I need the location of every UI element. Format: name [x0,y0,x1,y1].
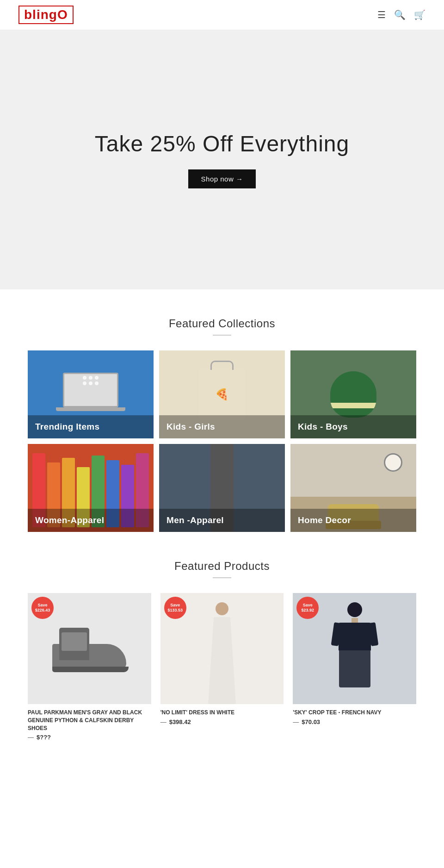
collection-label-home: Home Decor [290,509,416,532]
section-divider [213,335,231,336]
shop-now-button[interactable]: Shop now → [188,169,256,188]
collection-label-women: Women-Apparel [28,509,154,532]
logo-text: blingO [18,6,74,24]
product-name-shoe: PAUL PARKMAN MEN'S GRAY AND BLACK GENUIN… [28,709,151,732]
featured-collections-section: Featured Collections Trending Items 🍕 [0,317,444,532]
laptop-icon [63,373,118,407]
save-badge-crop-tee: Save $23.92 [296,597,319,619]
product-crop-tee[interactable]: Save $23.92 [293,593,416,741]
logo-main: bling [24,7,57,22]
collection-label-men: Men -Apparel [159,509,285,532]
logo-accent: O [57,7,68,22]
beanie-art [330,371,376,418]
product-shoe[interactable]: Save $226.43 PAUL PAR [28,593,151,741]
collections-grid: Trending Items 🍕 Kids - Girls Kids - Boy… [0,350,444,532]
tote-art: 🍕 [199,369,245,420]
product-price-crop-tee: — $70.03 [293,718,416,725]
products-grid: Save $226.43 PAUL PAR [28,593,416,741]
collection-label-kids-girls: Kids - Girls [159,415,285,438]
product-price-shoe: — $??? [28,734,151,741]
collection-trending[interactable]: Trending Items [28,350,154,438]
hero-title: Take 25% Off Everything [95,131,349,156]
cart-icon[interactable]: 🛒 [414,9,426,20]
clock-art [384,453,402,472]
collection-men[interactable]: Men -Apparel [159,444,285,532]
featured-products-title: Featured Products [28,560,416,573]
spacer [0,289,444,317]
logo[interactable]: blingO [18,6,74,24]
collection-kids-girls[interactable]: 🍕 Kids - Girls [159,350,285,438]
collection-women[interactable]: Women-Apparel [28,444,154,532]
search-icon[interactable]: 🔍 [394,9,406,20]
collection-home-decor[interactable]: Home Decor [290,444,416,532]
featured-collections-title: Featured Collections [0,317,444,330]
collection-label-trending: Trending Items [28,415,154,438]
save-badge-dress: Save $133.53 [164,597,186,619]
products-divider [213,577,231,578]
featured-products-section: Featured Products Save $226.43 [0,560,444,759]
hero-section: Take 25% Off Everything Shop now → [0,30,444,289]
product-name-dress: 'No Limit' Dress in White [160,709,284,717]
product-name-crop-tee: 'Sky' Crop Tee - French Navy [293,709,416,717]
save-badge-shoe: Save $226.43 [31,597,54,619]
menu-icon[interactable]: ☰ [377,9,386,20]
header-icons: ☰ 🔍 🛒 [377,9,426,20]
collection-label-kids-boys: Kids - Boys [290,415,416,438]
product-dress[interactable]: Save $133.53 'No Limit' Dress in White — [160,593,284,741]
header: blingO ☰ 🔍 🛒 [0,0,444,30]
product-price-dress: — $398.42 [160,718,284,725]
collection-kids-boys[interactable]: Kids - Boys [290,350,416,438]
